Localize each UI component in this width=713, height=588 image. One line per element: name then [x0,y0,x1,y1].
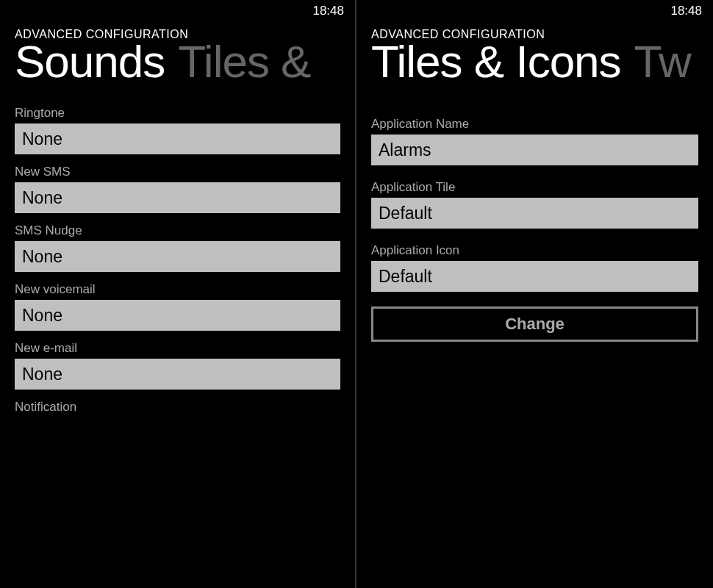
left-panel: 18:48 ADVANCED CONFIGURATION Sounds Tile… [0,0,356,588]
app-name-picker[interactable]: Alarms [371,135,698,165]
field-new-voicemail: New voicemail None [15,282,340,331]
field-notification: Notification [15,400,340,415]
ringtone-picker[interactable]: None [15,123,340,154]
header: ADVANCED CONFIGURATION Tiles & Icons Tw [356,22,713,87]
header: ADVANCED CONFIGURATION Sounds Tiles & [0,22,355,87]
app-tile-picker[interactable]: Default [371,198,698,229]
status-time: 18:48 [312,4,344,18]
field-new-email: New e-mail None [15,341,340,390]
content-area: Application Name Alarms Application Tile… [356,87,713,342]
field-app-name: Application Name Alarms [371,117,698,165]
field-label: New voicemail [15,282,340,297]
pivot-tabs[interactable]: Sounds Tiles & [15,35,340,87]
field-new-sms: New SMS None [15,165,340,213]
new-sms-picker[interactable]: None [15,182,340,213]
field-label: SMS Nudge [15,223,340,238]
app-icon-picker[interactable]: Default [371,261,698,292]
right-panel: 18:48 ADVANCED CONFIGURATION Tiles & Ico… [356,0,713,588]
field-label: Application Icon [371,243,698,258]
status-bar: 18:48 [356,0,713,22]
pivot-tab-tiles-icons[interactable]: Tiles & Icons [371,35,621,87]
change-button[interactable]: Change [371,306,698,342]
field-label: Notification [15,400,340,415]
pivot-tab-next[interactable]: Tw [634,35,691,87]
new-voicemail-picker[interactable]: None [15,300,340,331]
new-email-picker[interactable]: None [15,359,340,390]
pivot-tabs[interactable]: Tiles & Icons Tw [371,35,698,87]
field-label: New SMS [15,165,340,179]
content-area: Ringtone None New SMS None SMS Nudge Non… [0,87,355,415]
field-app-icon: Application Icon Default [371,243,698,292]
status-time: 18:48 [670,4,702,18]
sms-nudge-picker[interactable]: None [15,241,340,272]
pivot-tab-next[interactable]: Tiles & [178,35,310,87]
field-label: Application Name [371,117,698,132]
field-sms-nudge: SMS Nudge None [15,223,340,272]
field-label: Ringtone [15,106,340,121]
field-label: Application Tile [371,180,698,195]
status-bar: 18:48 [0,0,355,22]
field-ringtone: Ringtone None [15,106,340,154]
pivot-tab-sounds[interactable]: Sounds [15,35,165,87]
field-app-tile: Application Tile Default [371,180,698,229]
field-label: New e-mail [15,341,340,356]
